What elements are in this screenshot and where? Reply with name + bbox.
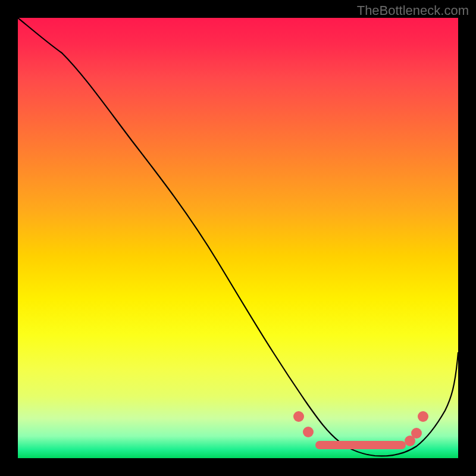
marker-dot [303, 427, 314, 437]
marker-dot [411, 428, 422, 439]
chart-svg [18, 18, 458, 458]
marker-dot [418, 411, 428, 422]
marker-dot [293, 411, 304, 422]
bottleneck-curve [18, 18, 458, 456]
marker-segment [315, 441, 406, 449]
attribution-text: TheBottleneck.com [357, 3, 469, 18]
plot-area [18, 18, 458, 458]
